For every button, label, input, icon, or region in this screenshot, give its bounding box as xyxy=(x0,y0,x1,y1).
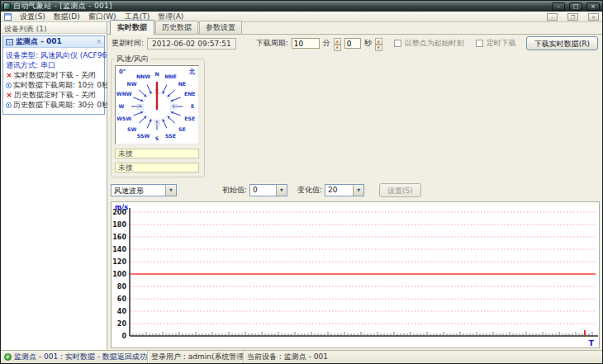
svg-text:SSW: SSW xyxy=(137,133,150,139)
clock-icon xyxy=(6,102,12,108)
mdi-restore-icon[interactable] xyxy=(567,13,578,21)
initial-value-select[interactable]: 0 xyxy=(249,184,287,196)
initial-value: 0 xyxy=(250,185,276,196)
mdi-document-icon[interactable] xyxy=(4,13,12,21)
svg-text:40: 40 xyxy=(117,308,127,315)
timed-download-label: 定时下载 xyxy=(487,38,516,49)
tab-realtime-data[interactable]: 实时数据 xyxy=(110,20,154,35)
svg-text:T: T xyxy=(589,339,595,347)
maximize-icon[interactable] xyxy=(569,2,582,11)
realtime-timer-text: 实时数据定时下载 - 关闭 xyxy=(14,70,96,80)
app-window: 自动气象站 - [监测点 - 001] 设置(S) 数据(D) 窗口(W) 工具… xyxy=(0,0,603,364)
device-type-line: 设备类型: 风速风向仪 (ACF96-4) xyxy=(6,50,102,60)
svg-text:SE: SE xyxy=(178,126,186,132)
success-check-icon xyxy=(4,353,12,361)
wind-speed-field: 未接 xyxy=(115,149,199,158)
workspace-panel: 实时数据 历史数据 参数设置 更新时间: 2012-06-02 09:57:51… xyxy=(107,22,602,350)
seconds-unit-label: 秒 xyxy=(364,38,372,49)
download-realtime-button[interactable]: 下载实时数据(R) xyxy=(526,36,598,50)
mdi-minimize-icon[interactable] xyxy=(547,13,558,21)
minimize-icon[interactable] xyxy=(552,2,565,11)
menu-data[interactable]: 数据(D) xyxy=(54,12,80,22)
svg-text:20: 20 xyxy=(117,320,127,328)
wind-speed-chart: 020406080100120140160180200m/sT xyxy=(111,201,600,348)
svg-text:0°: 0° xyxy=(119,69,126,75)
wind-group-box: 风速/风向 NNNENEENEEESESESSESSSWSWWSWWWNWNWN… xyxy=(111,54,205,177)
minutes-stepper[interactable] xyxy=(334,38,341,49)
start-on-hour-checkbox[interactable] xyxy=(394,40,401,47)
update-time-value: 2012-06-02 09:57:51 xyxy=(147,38,236,50)
logged-in-user: 登录用户 : admin(系统管理员) xyxy=(151,352,244,362)
tab-row: 实时数据 历史数据 参数设置 xyxy=(107,22,602,35)
svg-text:西: 西 xyxy=(136,103,143,111)
chevron-down-icon[interactable] xyxy=(165,185,176,196)
history-period-line: 历史数据下载周期: 30分 0秒 xyxy=(6,100,102,110)
device-list-panel: 设备列表 (1) 监测点 - 001 设备类型: 风速风向仪 (ACF96-4)… xyxy=(1,22,107,350)
device-card[interactable]: 监测点 - 001 设备类型: 风速风向仪 (ACF96-4) 通讯方式: 串口… xyxy=(2,35,105,115)
settings-button[interactable]: 设置(S) xyxy=(379,183,421,197)
svg-text:NNW: NNW xyxy=(136,73,150,79)
svg-text:100: 100 xyxy=(112,271,126,278)
svg-text:NE: NE xyxy=(178,81,186,87)
compass-rose: NNNENEENEEESESESSESSSWSWWSWWWNWNWNNW北南东西… xyxy=(116,66,198,144)
close-icon[interactable] xyxy=(586,2,600,11)
timed-download-checkbox[interactable] xyxy=(476,40,483,47)
seconds-input[interactable] xyxy=(344,38,361,49)
menu-settings[interactable]: 设置(S) xyxy=(20,12,45,22)
device-grid-icon xyxy=(6,39,13,45)
svg-text:S: S xyxy=(155,135,159,141)
device-card-title-row: 监测点 - 001 xyxy=(3,36,104,48)
update-time-label: 更新时间: xyxy=(112,38,144,49)
history-period-text: 历史数据下载周期: 30分 0秒 xyxy=(13,100,109,110)
card-collapse-icon[interactable] xyxy=(96,39,102,45)
status-user-section: 登录用户 : admin(系统管理员) xyxy=(148,351,244,363)
svg-text:180: 180 xyxy=(112,221,126,229)
device-card-title: 监测点 - 001 xyxy=(16,36,93,47)
svg-text:WSW: WSW xyxy=(116,116,131,121)
realtime-timer-line: 实时数据定时下载 - 关闭 xyxy=(6,70,102,80)
spin-up-icon[interactable] xyxy=(334,38,341,45)
comm-mode-line: 通讯方式: 串口 xyxy=(6,60,102,70)
svg-text:南: 南 xyxy=(154,120,161,127)
realtime-toolbar: 更新时间: 2012-06-02 09:57:51 下载周期: 分 秒 以整点为… xyxy=(107,35,602,52)
svg-text:东: 东 xyxy=(171,103,178,111)
chevron-down-icon[interactable] xyxy=(276,185,287,196)
svg-text:160: 160 xyxy=(112,234,126,241)
waveform-controls: 风速波形 初始值: 0 变化值: 20 设置(S) xyxy=(111,183,599,197)
svg-text:60: 60 xyxy=(117,295,127,303)
spin-down-icon[interactable] xyxy=(334,45,341,51)
svg-text:NNE: NNE xyxy=(164,73,177,79)
svg-text:ESE: ESE xyxy=(184,116,195,121)
app-icon xyxy=(3,2,11,10)
menu-bar: 设置(S) 数据(D) 窗口(W) 工具(T) 管理(A) xyxy=(1,12,602,22)
off-icon xyxy=(6,70,12,80)
svg-text:0: 0 xyxy=(121,333,126,340)
minutes-unit-label: 分 xyxy=(323,38,330,49)
tab-history-data[interactable]: 历史数据 xyxy=(155,21,198,34)
device-card-body: 设备类型: 风速风向仪 (ACF96-4) 通讯方式: 串口 实时数据定时下载 … xyxy=(3,48,104,114)
chevron-down-icon[interactable] xyxy=(353,185,363,196)
svg-text:NW: NW xyxy=(127,81,137,87)
seconds-stepper[interactable] xyxy=(375,38,382,49)
svg-text:SSE: SSE xyxy=(165,133,176,139)
spin-down-icon[interactable] xyxy=(375,45,382,51)
delta-value-select[interactable]: 20 xyxy=(325,184,364,196)
device-type-text: 设备类型: 风速风向仪 (ACF96-4) xyxy=(6,50,117,60)
mdi-close-icon[interactable] xyxy=(588,13,599,21)
minutes-input[interactable] xyxy=(292,38,320,49)
history-timer-line: 历史数据定时下载 - 关闭 xyxy=(6,90,102,100)
current-device: 当前设备 : 监测点 - 001 xyxy=(247,352,328,362)
svg-text:140: 140 xyxy=(112,246,126,253)
window-title: 自动气象站 - [监测点 - 001] xyxy=(13,1,548,12)
svg-text:SW: SW xyxy=(127,126,136,132)
spin-up-icon[interactable] xyxy=(375,38,382,45)
svg-text:N: N xyxy=(154,71,159,77)
realtime-content: 风速/风向 NNNENEENEEESESESSESSSWSWWSWWWNWNWN… xyxy=(107,52,602,350)
waveform-select-value: 风速波形 xyxy=(112,185,165,196)
chart-canvas: 020406080100120140160180200m/sT xyxy=(112,202,599,347)
status-message: 监测点 - 001 : 实时数据 - 数据返回成功! xyxy=(14,352,148,362)
clock-icon xyxy=(6,83,12,88)
tab-parameter-settings[interactable]: 参数设置 xyxy=(199,21,242,34)
waveform-select[interactable]: 风速波形 xyxy=(111,184,177,196)
status-bar: 监测点 - 001 : 实时数据 - 数据返回成功! 登录用户 : admin(… xyxy=(1,350,602,363)
